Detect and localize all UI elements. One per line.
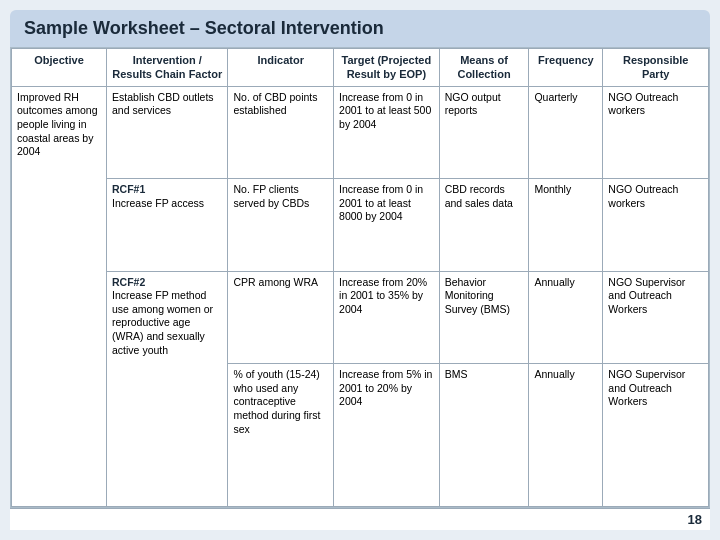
means-cell-3: Behavior Monitoring Survey (BMS) (439, 271, 529, 363)
header-objective: Objective (12, 49, 107, 87)
header-target: Target (Projected Result by EOP) (334, 49, 440, 87)
frequency-cell-3: Annually (529, 271, 603, 363)
header-indicator: Indicator (228, 49, 334, 87)
main-table: Objective Intervention / Results Chain F… (11, 48, 709, 507)
target-cell-4: Increase from 5% in 2001 to 20% by 2004 (334, 363, 440, 506)
table-row: Improved RH outcomes among people living… (12, 86, 709, 178)
indicator-cell-4: % of youth (15-24) who used any contrace… (228, 363, 334, 506)
intervention-cell-2: RCF#1 Increase FP access (107, 179, 228, 271)
means-cell-4: BMS (439, 363, 529, 506)
target-cell-2: Increase from 0 in 2001 to at least 8000… (334, 179, 440, 271)
header-row: Objective Intervention / Results Chain F… (12, 49, 709, 87)
table-row: RCF#2 Increase FP method use among women… (12, 271, 709, 363)
objective-cell: Improved RH outcomes among people living… (12, 86, 107, 506)
title-bar: Sample Worksheet – Sectoral Intervention (10, 10, 710, 47)
table-wrapper: Objective Intervention / Results Chain F… (10, 47, 710, 508)
header-frequency: Frequency (529, 49, 603, 87)
intervention-cell-3: RCF#2 Increase FP method use among women… (107, 271, 228, 507)
intervention-sub-3: Increase FP method use among women or re… (112, 289, 213, 356)
page-number: 18 (10, 508, 710, 530)
rcf-label-3: RCF#2 (112, 276, 145, 288)
table-row: RCF#1 Increase FP access No. FP clients … (12, 179, 709, 271)
frequency-cell-4: Annually (529, 363, 603, 506)
header-responsible: Responsible Party (603, 49, 709, 87)
indicator-cell-2: No. FP clients served by CBDs (228, 179, 334, 271)
page: Sample Worksheet – Sectoral Intervention… (0, 0, 720, 540)
intervention-cell-1: Establish CBD outlets and services (107, 86, 228, 178)
indicator-cell-1: No. of CBD points established (228, 86, 334, 178)
indicator-cell-3: CPR among WRA (228, 271, 334, 363)
frequency-cell-2: Monthly (529, 179, 603, 271)
target-cell-3: Increase from 20% in 2001 to 35% by 2004 (334, 271, 440, 363)
intervention-sub-2: Increase FP access (112, 197, 204, 209)
means-cell-2: CBD records and sales data (439, 179, 529, 271)
rcf-label-2: RCF#1 (112, 183, 145, 195)
responsible-cell-2: NGO Outreach workers (603, 179, 709, 271)
frequency-cell-1: Quarterly (529, 86, 603, 178)
means-cell-1: NGO output reports (439, 86, 529, 178)
responsible-cell-4: NGO Supervisor and Outreach Workers (603, 363, 709, 506)
responsible-cell-3: NGO Supervisor and Outreach Workers (603, 271, 709, 363)
header-intervention: Intervention / Results Chain Factor (107, 49, 228, 87)
header-means: Means of Collection (439, 49, 529, 87)
responsible-cell-1: NGO Outreach workers (603, 86, 709, 178)
target-cell-1: Increase from 0 in 2001 to at least 500 … (334, 86, 440, 178)
intervention-text-1: Establish CBD outlets and services (112, 91, 214, 117)
page-title: Sample Worksheet – Sectoral Intervention (24, 18, 384, 38)
